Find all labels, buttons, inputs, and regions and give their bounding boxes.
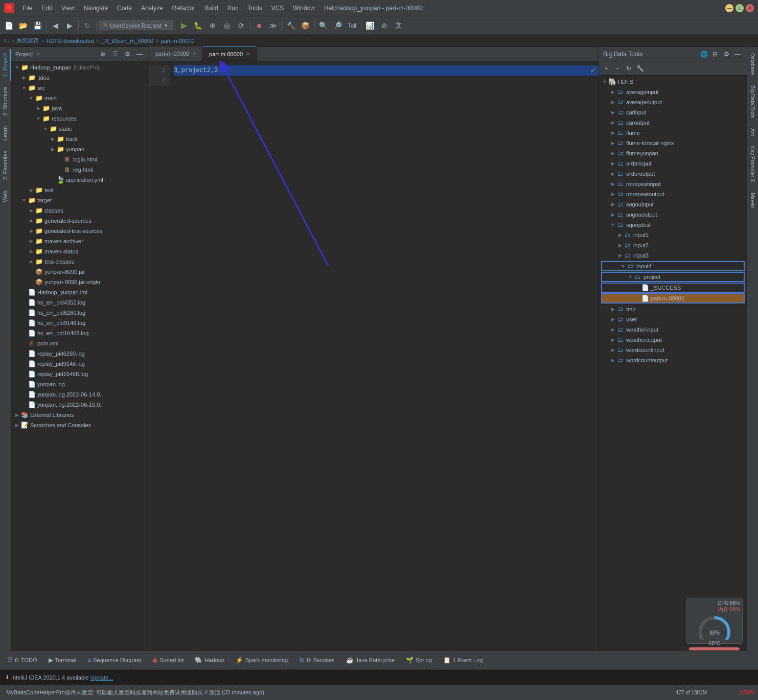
classes-arrow[interactable]: ▶ xyxy=(28,208,35,213)
bdt-tmp[interactable]: ▶ 🗂 tmp xyxy=(599,304,747,314)
tree-replay1[interactable]: 📄 replay_pid6260.log xyxy=(11,348,149,359)
input2-arrow[interactable]: ▶ xyxy=(616,243,624,248)
bdt-success[interactable]: 📄 _SUCCESS xyxy=(601,283,745,293)
static-arrow[interactable]: ▼ xyxy=(42,126,49,131)
bdt-wordcountoutput[interactable]: ▶ 🗂 wordcountoutput xyxy=(599,355,747,365)
main-arrow[interactable]: ▼ xyxy=(28,96,35,101)
resources-arrow[interactable]: ▼ xyxy=(35,116,42,121)
yunpan-folder-arrow[interactable]: ▶ xyxy=(49,147,56,152)
bdt-input1[interactable]: ▶ 🗂 input1 xyxy=(599,230,747,240)
tree-yunlog3[interactable]: 📄 yunpan.log.2022-06-15.0.. xyxy=(11,400,149,410)
bdt-averageoutput[interactable]: ▶ 🗂 averageoutput xyxy=(599,97,747,107)
tree-jar2[interactable]: 📦 yunpan-8090.jar.origin xyxy=(11,277,149,287)
tree-log3[interactable]: 📄 hs_err_pid9148.log xyxy=(11,318,149,328)
flume-tomcat-arrow[interactable]: ▶ xyxy=(609,141,616,146)
root-arrow[interactable]: ▼ xyxy=(13,65,20,70)
minimize-button[interactable]: — xyxy=(725,4,733,12)
run-config-selector[interactable]: ✎ UserServiceTest.test ▼ xyxy=(99,20,173,30)
right-tab-keypromoter[interactable]: Key Promoter X xyxy=(749,142,756,186)
flumeyunpan-arrow[interactable]: ▶ xyxy=(609,151,616,156)
menu-window[interactable]: Window xyxy=(289,4,319,13)
block-button[interactable]: ⊘ xyxy=(378,19,391,32)
bdt-weatheroutput[interactable]: ▶ 🗂 weatheroutput xyxy=(599,335,747,345)
collapse-button[interactable]: — xyxy=(134,49,145,59)
bdt-part-m-00000[interactable]: 📄 part-m-00000 xyxy=(601,293,745,304)
run-with-coverage-button[interactable]: ⊕ xyxy=(206,19,219,32)
run-more-button[interactable]: ⟳ xyxy=(235,19,248,32)
bottom-tab-eventlog[interactable]: 📋 1 Event Log xyxy=(438,655,488,666)
bdt-minimize-button[interactable]: — xyxy=(732,49,743,59)
layout-button[interactable]: ☰ xyxy=(110,49,120,59)
debug-button[interactable]: 🐛 xyxy=(192,19,205,32)
menu-vcs[interactable]: VCS xyxy=(267,4,288,13)
bdt-wordcountinput[interactable]: ▶ 🗂 wordcountinput xyxy=(599,345,747,355)
input1-arrow[interactable]: ▶ xyxy=(616,232,624,238)
bottom-tab-java-enterprise[interactable]: ☕ Java Enterprise xyxy=(341,655,400,666)
tree-idea[interactable]: ▶ 📁 .idea xyxy=(11,73,149,83)
editor-tab-1[interactable]: part-m-00000 ✕ xyxy=(149,46,203,61)
input3-arrow[interactable]: ▶ xyxy=(616,253,624,258)
bdt-orderinput[interactable]: ▶ 🗂 orderinput xyxy=(599,158,747,169)
tree-main[interactable]: ▼ 📁 main xyxy=(11,93,149,103)
bdt-rmrepeatinput[interactable]: ▶ 🗂 rmrepeatinput xyxy=(599,179,747,189)
test-classes-arrow[interactable]: ▶ xyxy=(28,259,35,264)
scope-button[interactable]: ⊕ xyxy=(98,49,108,59)
editor-content[interactable]: 1 2 3,project2,2 ✓ xyxy=(149,61,599,651)
chart-button[interactable]: 📊 xyxy=(363,19,377,32)
tree-yunlog2[interactable]: 📄 yunpan.log.2022-06-14.0.. xyxy=(11,389,149,400)
tree-iml[interactable]: 📄 Hadoop_yunpan.iml xyxy=(11,287,149,297)
bdt-averageinput[interactable]: ▶ 🗂 averageinput xyxy=(599,87,747,97)
tree-target[interactable]: ▼ 📁 target xyxy=(11,195,149,205)
sidebar-tab-structure[interactable]: 2: Structure xyxy=(1,83,11,120)
tmp-arrow[interactable]: ▶ xyxy=(609,307,616,312)
java-arrow[interactable]: ▶ xyxy=(35,106,42,111)
sogouinput-arrow[interactable]: ▶ xyxy=(609,202,616,207)
project-arrow[interactable]: ▼ xyxy=(627,274,634,279)
bdt-weatherinput[interactable]: ▶ 🗂 weatherinput xyxy=(599,324,747,335)
bdt-sogouinput[interactable]: ▶ 🗂 sogouinput xyxy=(599,199,747,209)
sidebar-tab-favorites[interactable]: 2: Favorites xyxy=(1,147,11,184)
breadcrumb-syscache[interactable]: 系统缓存 xyxy=(16,37,39,44)
maven-status-arrow[interactable]: ▶ xyxy=(28,249,35,254)
build-jar-button[interactable]: 📦 xyxy=(299,19,312,32)
bdt-flume-tomcat[interactable]: ▶ 🗂 flume-tomcat-nginx xyxy=(599,138,747,148)
tail-button[interactable]: Tail xyxy=(346,19,359,32)
bdt-carinput[interactable]: ▶ 🗂 carinput xyxy=(599,107,747,118)
tree-test-classes[interactable]: ▶ 📁 test-classes xyxy=(11,256,149,267)
bdt-settings-button[interactable]: ⚙ xyxy=(721,49,731,59)
gen-test-sources-arrow[interactable]: ▶ xyxy=(28,228,35,234)
test-arrow[interactable]: ▶ xyxy=(28,188,35,193)
breadcrumb-rpart[interactable]: _R_tRpart_m_00000 xyxy=(101,38,153,44)
sqooptest-arrow[interactable]: ▼ xyxy=(609,222,616,227)
breadcrumb-hdfs[interactable]: HDFS-downloaded xyxy=(47,38,94,44)
tree-src[interactable]: ▼ 📁 src xyxy=(11,83,149,93)
bottom-tab-sonarlint[interactable]: ◉ SonarLint xyxy=(147,655,189,666)
caroutput-arrow[interactable]: ▶ xyxy=(609,120,616,125)
breadcrumb-drive[interactable]: F: xyxy=(4,38,9,44)
maximize-button[interactable]: □ xyxy=(736,4,744,12)
orderoutput-arrow[interactable]: ▶ xyxy=(609,171,616,176)
bottom-tab-hadoop[interactable]: 🐘 Hadoop xyxy=(190,655,229,666)
averageinput-arrow[interactable]: ▶ xyxy=(609,89,616,95)
bdt-project[interactable]: ▼ 🗂 project xyxy=(601,272,745,282)
tree-yunpan-folder[interactable]: ▶ 📁 yunpan xyxy=(11,144,149,154)
more-run-button[interactable]: ≫ xyxy=(267,19,280,32)
user-arrow[interactable]: ▶ xyxy=(609,317,616,322)
bdt-orderoutput[interactable]: ▶ 🗂 orderoutput xyxy=(599,169,747,179)
editor-tab-2[interactable]: part-m-00000 ✕ xyxy=(203,46,257,61)
bdt-globe-button[interactable]: 🌐 xyxy=(699,49,709,59)
tree-replay2[interactable]: 📄 replay_pid9148.log xyxy=(11,359,149,369)
menu-view[interactable]: View xyxy=(57,4,79,13)
menu-refactor[interactable]: Refactor xyxy=(168,4,199,13)
update-link[interactable]: Update... xyxy=(90,674,113,681)
right-tab-database[interactable]: Database xyxy=(749,49,756,79)
carinput-arrow[interactable]: ▶ xyxy=(609,110,616,115)
bdt-split-button[interactable]: ⊟ xyxy=(710,49,720,59)
tree-pom[interactable]: 🗎 pom.xml xyxy=(11,338,149,348)
target-arrow[interactable]: ▼ xyxy=(20,198,28,203)
open-button[interactable]: 📂 xyxy=(16,19,30,32)
tree-scratch[interactable]: ▶ 📝 Scratches and Consoles xyxy=(11,420,149,430)
menu-edit[interactable]: Edit xyxy=(37,4,56,13)
tree-log2[interactable]: 📄 hs_err_pid6260.log xyxy=(11,308,149,318)
tree-static[interactable]: ▼ 📁 static xyxy=(11,124,149,134)
